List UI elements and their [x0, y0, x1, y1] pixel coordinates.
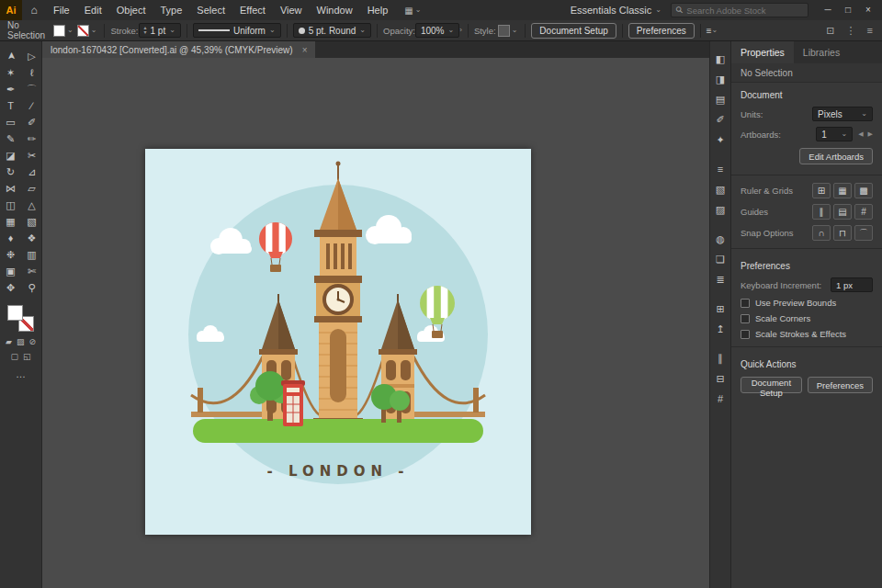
gradient-panel-icon[interactable]: ▧	[709, 179, 731, 199]
ground[interactable]	[193, 419, 483, 443]
appearance-panel-icon[interactable]: ◍	[709, 229, 731, 249]
pathfinder-panel-icon[interactable]: ⊟	[709, 368, 731, 389]
phone-booth[interactable]	[281, 380, 305, 426]
mesh-tool[interactable]: ▦	[0, 213, 21, 230]
use-preview-bounds-checkbox[interactable]	[741, 299, 750, 308]
tab-close-icon[interactable]: ×	[302, 45, 308, 55]
guides-grid-icon[interactable]: #	[854, 204, 873, 220]
color-fill-button[interactable]: ▰	[6, 337, 12, 346]
fill-swatch[interactable]	[7, 305, 23, 321]
show-rulers-icon[interactable]: ⊞	[812, 183, 831, 198]
direct-selection-tool[interactable]: ▷	[21, 48, 42, 64]
home-icon[interactable]: ⌂	[22, 4, 46, 17]
workspace-grid-icon[interactable]: ▦⌄	[404, 6, 421, 16]
artboards-dropdown[interactable]: 1 ⌄	[816, 127, 853, 141]
stroke-weight-input[interactable]: ▴▾ 1 pt ⌄	[139, 23, 181, 38]
brushes-panel-icon[interactable]: ✐	[709, 109, 731, 130]
gradient-fill-button[interactable]: ▨	[17, 337, 25, 346]
artboard-tool[interactable]: ▣	[0, 263, 21, 279]
scale-tool[interactable]: ⊿	[21, 164, 42, 180]
shaper-tool[interactable]: ✎	[0, 130, 21, 147]
edit-toolbar-button[interactable]: …	[0, 368, 41, 379]
units-dropdown[interactable]: Pixels ⌄	[812, 107, 873, 121]
show-transparency-grid-icon[interactable]: ▩	[854, 183, 873, 198]
shape-builder-tool[interactable]: ◫	[0, 197, 21, 213]
stepper-icons[interactable]: ▴▾	[144, 26, 147, 35]
workspace-switcher[interactable]: Essentials Classic⌄	[571, 5, 662, 16]
menu-effect[interactable]: Effect	[232, 0, 273, 20]
none-fill-button[interactable]: ⊘	[28, 337, 36, 346]
rotate-tool[interactable]: ↻	[0, 164, 21, 180]
symbol-sprayer-tool[interactable]: ❉	[0, 246, 21, 263]
screen-mode-button[interactable]: ◱	[23, 352, 31, 361]
graphic-style-dropdown[interactable]: ⌄	[498, 25, 518, 37]
search-input[interactable]	[686, 6, 803, 16]
width-tool[interactable]: ⋈	[0, 180, 21, 197]
prev-artboard-icon[interactable]: ◀	[858, 130, 863, 138]
gradient-tool[interactable]: ▧	[21, 213, 42, 230]
graphic-styles-panel-icon[interactable]: ❏	[709, 249, 731, 269]
hand-tool[interactable]: ✥	[0, 279, 21, 296]
align-panel-icon[interactable]: ∥	[709, 348, 731, 368]
layers-panel-icon[interactable]: ≣	[709, 269, 731, 289]
artboard[interactable]: - LONDON -	[145, 149, 531, 535]
zoom-tool[interactable]: ⚲	[21, 279, 42, 296]
line-segment-tool[interactable]: ∕	[21, 97, 42, 114]
swatches-panel-icon[interactable]: ▤	[709, 89, 731, 109]
type-tool[interactable]: T	[0, 97, 21, 114]
slice-tool[interactable]: ✄	[21, 263, 42, 279]
chevron-right-icon[interactable]: ›	[459, 27, 462, 34]
lock-guides-icon[interactable]: ▤	[833, 204, 852, 220]
show-guides-icon[interactable]: ∥	[812, 204, 831, 220]
asset-export-panel-icon[interactable]: ↥	[709, 319, 731, 339]
artboard-caption[interactable]: - LONDON -	[267, 463, 410, 480]
transparency-panel-icon[interactable]: ▨	[709, 199, 731, 220]
menu-help[interactable]: Help	[360, 0, 396, 20]
color-guide-panel-icon[interactable]: ◨	[709, 69, 731, 89]
scissors-tool[interactable]: ✂	[21, 147, 42, 164]
menu-type[interactable]: Type	[153, 0, 190, 20]
lasso-tool[interactable]: ℓ	[21, 64, 42, 81]
eraser-tool[interactable]: ◪	[0, 147, 21, 164]
snap-to-point-icon[interactable]: ⌒	[854, 225, 873, 241]
menu-window[interactable]: Window	[310, 0, 360, 20]
menu-object[interactable]: Object	[109, 0, 153, 20]
restore-button[interactable]: □	[838, 0, 858, 20]
pencil-tool[interactable]: ✏	[21, 130, 42, 147]
curvature-tool[interactable]: ⌒	[21, 81, 42, 97]
tab-properties[interactable]: Properties	[731, 41, 794, 63]
scale-corners-checkbox[interactable]	[741, 314, 750, 323]
dock-arrange-icon[interactable]: ⊡	[826, 25, 834, 37]
menu-file[interactable]: File	[46, 0, 77, 20]
close-button[interactable]: ×	[858, 0, 878, 20]
panel-menu-icon[interactable]: ≡	[867, 25, 873, 36]
artboards-panel-icon[interactable]: ⊞	[709, 299, 731, 319]
edit-artboards-button[interactable]: Edit Artboards	[799, 148, 873, 164]
magic-wand-tool[interactable]: ✶	[0, 64, 21, 81]
document-tab[interactable]: london-1670432 [Converted].ai @ 45,39% (…	[42, 41, 315, 58]
opacity-input[interactable]: 100% ⌄	[415, 23, 459, 38]
menu-view[interactable]: View	[273, 0, 310, 20]
symbols-panel-icon[interactable]: ✦	[709, 130, 731, 150]
keyboard-increment-input[interactable]: 1 px	[831, 277, 873, 292]
free-transform-tool[interactable]: ▱	[21, 180, 42, 197]
pen-tool[interactable]: ✒	[0, 81, 21, 97]
overflow-icon[interactable]: ⋮	[846, 25, 856, 37]
show-grid-icon[interactable]: ▦	[833, 183, 852, 198]
stroke-color-picker[interactable]: ⌄	[77, 25, 97, 37]
fill-color-picker[interactable]: ⌄	[53, 25, 74, 37]
scale-strokes-effects-checkbox[interactable]	[741, 330, 750, 339]
stroke-panel-icon[interactable]: ≡	[709, 159, 731, 179]
draw-mode-button[interactable]: ▢	[10, 352, 18, 361]
tab-libraries[interactable]: Libraries	[794, 41, 849, 63]
preferences-button[interactable]: Preferences	[628, 23, 695, 39]
selection-tool[interactable]: ➤	[3, 46, 19, 67]
document-setup-button[interactable]: Document Setup	[741, 377, 802, 393]
transform-panel-icon[interactable]: #	[709, 389, 731, 409]
document-setup-button[interactable]: Document Setup	[531, 23, 616, 39]
snap-to-grid-icon[interactable]: ∩	[812, 225, 831, 241]
paintbrush-tool[interactable]: ✐	[21, 114, 42, 130]
preferences-button[interactable]: Preferences	[808, 377, 873, 393]
color-panel-icon[interactable]: ◧	[709, 49, 731, 69]
brush-definition-dropdown[interactable]: 5 pt. Round ⌄	[293, 23, 371, 38]
